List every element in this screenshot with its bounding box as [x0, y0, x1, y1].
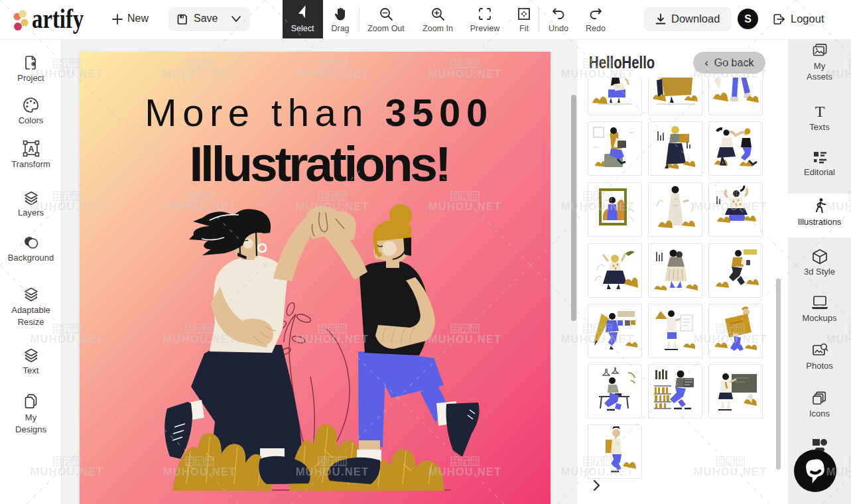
- svg-text:T: T: [815, 103, 824, 120]
- svg-text:A: A: [28, 145, 34, 154]
